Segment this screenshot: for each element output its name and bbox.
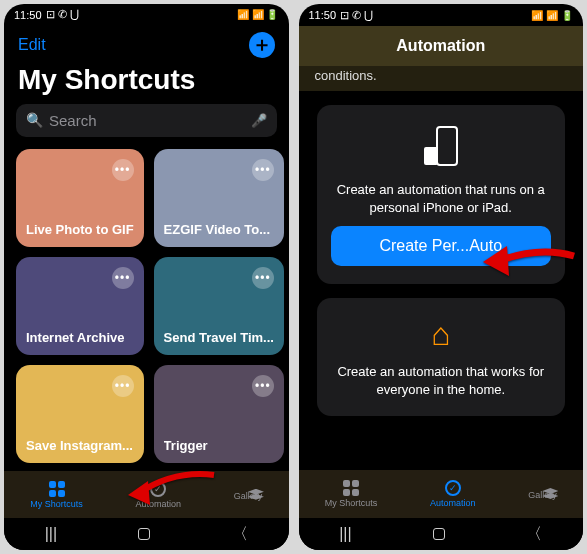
tab-shortcuts[interactable]: My Shortcuts bbox=[325, 480, 378, 508]
search-placeholder: Search bbox=[49, 112, 245, 129]
more-icon[interactable]: ••• bbox=[252, 267, 274, 289]
shortcut-tile[interactable]: ••• Send Travel Tim... bbox=[154, 257, 284, 355]
statusbar: 11:50⊡ ✆ ⋃ 📶 📶 🔋 bbox=[299, 4, 584, 26]
tab-label: My Shortcuts bbox=[30, 499, 83, 509]
tile-label: Send Travel Tim... bbox=[164, 330, 274, 345]
tab-label: Automation bbox=[430, 498, 476, 508]
tile-label: EZGIF Video To... bbox=[164, 222, 274, 237]
check-icon: ✓ bbox=[150, 481, 166, 497]
android-navbar: ||| 〉 bbox=[4, 518, 289, 550]
recent-button[interactable]: ||| bbox=[339, 525, 351, 543]
recent-button[interactable]: ||| bbox=[45, 525, 57, 543]
topbar: Edit ＋ bbox=[4, 26, 289, 64]
shortcut-tile[interactable]: ••• EZGIF Video To... bbox=[154, 149, 284, 247]
tab-gallery[interactable]: Gallery bbox=[528, 488, 557, 500]
tab-shortcuts[interactable]: My Shortcuts bbox=[30, 481, 83, 509]
tile-label: Save Instagram... bbox=[26, 438, 134, 453]
home-automation-card: ⌂ Create an automation that works for ev… bbox=[317, 298, 566, 416]
tile-label: Internet Archive bbox=[26, 330, 134, 345]
more-icon[interactable]: ••• bbox=[112, 375, 134, 397]
grid-icon bbox=[343, 480, 359, 496]
home-button[interactable] bbox=[433, 528, 445, 540]
shortcut-tile[interactable]: ••• Live Photo to GIF bbox=[16, 149, 144, 247]
more-icon[interactable]: ••• bbox=[112, 267, 134, 289]
mic-icon[interactable]: 🎤 bbox=[251, 113, 267, 128]
phone-left: 11:50⊡ ✆ ⋃ 📶 📶 🔋 Edit ＋ My Shortcuts 🔍 S… bbox=[4, 4, 289, 550]
back-button[interactable]: 〉 bbox=[526, 524, 542, 545]
back-button[interactable]: 〉 bbox=[232, 524, 248, 545]
phone-right: 11:50⊡ ✆ ⋃ 📶 📶 🔋 Automation conditions. … bbox=[299, 4, 584, 550]
search-input[interactable]: 🔍 Search 🎤 bbox=[16, 104, 277, 138]
check-icon: ✓ bbox=[445, 480, 461, 496]
more-icon[interactable]: ••• bbox=[252, 375, 274, 397]
page-header: Automation bbox=[299, 26, 584, 66]
tabbar: My Shortcuts ✓ Automation Gallery bbox=[299, 470, 584, 518]
home-icon: ⌂ bbox=[431, 316, 450, 353]
card-desc: Create an automation that runs on a pers… bbox=[331, 181, 552, 216]
shortcut-tile[interactable]: ••• Internet Archive bbox=[16, 257, 144, 355]
page-title: My Shortcuts bbox=[4, 64, 289, 104]
intro-text: conditions. bbox=[299, 66, 584, 91]
personal-automation-card: Create an automation that runs on a pers… bbox=[317, 105, 566, 284]
shortcuts-grid: ••• Live Photo to GIF ••• EZGIF Video To… bbox=[4, 149, 289, 463]
tab-automation[interactable]: ✓ Automation bbox=[135, 481, 181, 509]
shortcut-tile[interactable]: ••• Trigger bbox=[154, 365, 284, 463]
more-icon[interactable]: ••• bbox=[112, 159, 134, 181]
cards-area: Create an automation that runs on a pers… bbox=[299, 91, 584, 462]
tabbar: My Shortcuts ✓ Automation Gallery bbox=[4, 471, 289, 518]
create-personal-button[interactable]: Create Per...Auto bbox=[331, 226, 552, 266]
grid-icon bbox=[49, 481, 65, 497]
tile-label: Live Photo to GIF bbox=[26, 222, 134, 237]
android-navbar: ||| 〉 bbox=[299, 518, 584, 550]
tile-label: Trigger bbox=[164, 438, 274, 453]
phone-icon bbox=[424, 123, 458, 171]
tab-label: My Shortcuts bbox=[325, 498, 378, 508]
add-button[interactable]: ＋ bbox=[249, 32, 275, 58]
more-icon[interactable]: ••• bbox=[252, 159, 274, 181]
search-icon: 🔍 bbox=[26, 112, 43, 128]
tab-automation[interactable]: ✓ Automation bbox=[430, 480, 476, 508]
card-desc: Create an automation that works for ever… bbox=[331, 363, 552, 398]
tab-label: Automation bbox=[135, 499, 181, 509]
tab-gallery[interactable]: Gallery bbox=[234, 489, 263, 501]
home-button[interactable] bbox=[138, 528, 150, 540]
edit-button[interactable]: Edit bbox=[18, 36, 46, 54]
statusbar: 11:50⊡ ✆ ⋃ 📶 📶 🔋 bbox=[4, 4, 289, 26]
shortcut-tile[interactable]: ••• Save Instagram... bbox=[16, 365, 144, 463]
